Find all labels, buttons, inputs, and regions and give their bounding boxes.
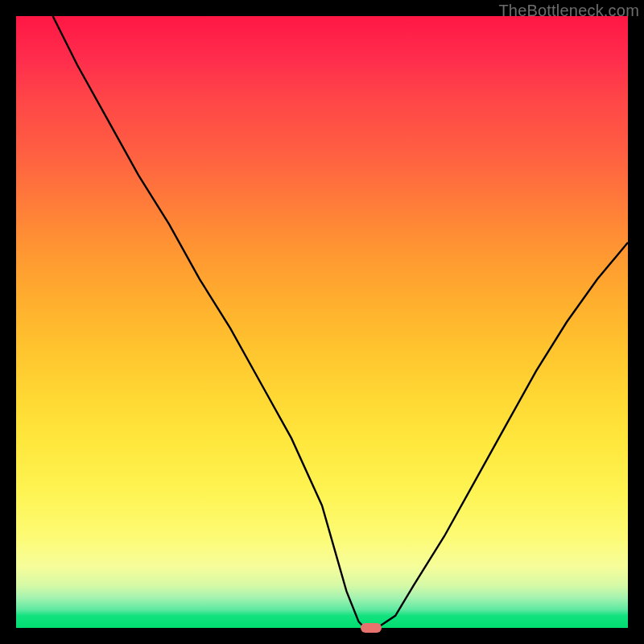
bottleneck-curve: [53, 16, 628, 628]
minimum-marker: [361, 623, 382, 633]
curve-svg: [16, 16, 628, 628]
plot-area: [16, 16, 628, 628]
chart-frame: TheBottleneck.com: [0, 0, 644, 644]
